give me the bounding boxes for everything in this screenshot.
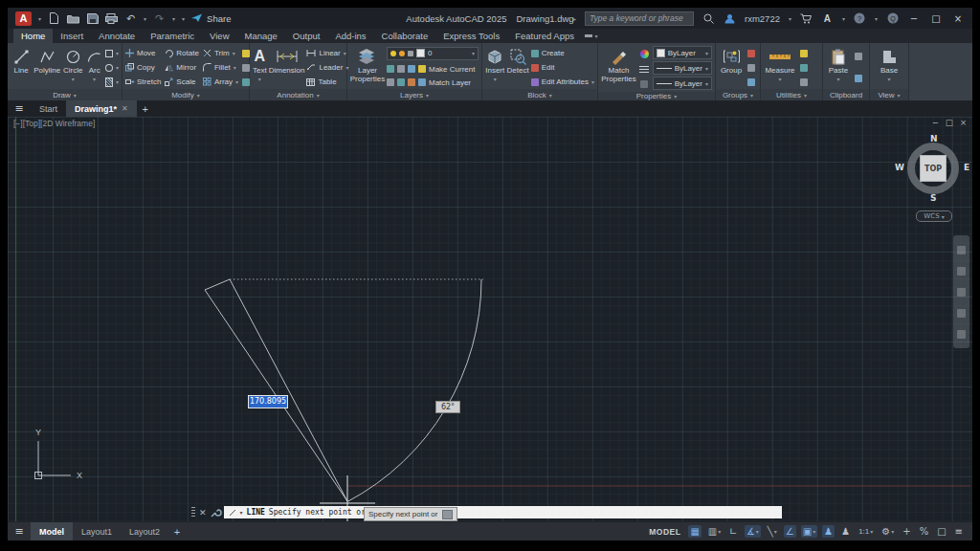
file-tab-close-icon[interactable]: ✕	[122, 104, 128, 113]
group-select-icon[interactable]	[747, 78, 755, 86]
status-isometric-drafting[interactable]: ╲▾	[766, 525, 779, 538]
array-button[interactable]: Array▾	[203, 76, 238, 88]
new-drawing-tab-button[interactable]: +	[137, 100, 154, 117]
status-annotation-autoscale[interactable]: ♟	[839, 525, 852, 538]
ungroup-icon[interactable]	[747, 50, 755, 57]
ribbon-tab-parametric[interactable]: Parametric	[143, 29, 202, 43]
viewcube-north[interactable]: N	[930, 134, 938, 143]
line-button[interactable]: Line	[11, 46, 32, 89]
app-menu-button[interactable]: A	[15, 11, 32, 26]
groups-panel-label[interactable]: Groups▾	[716, 89, 760, 100]
status-polar-tracking[interactable]: ∡▾	[745, 525, 761, 538]
viewcube[interactable]: N W E S TOP WCS▾	[893, 134, 972, 226]
status-grid-display[interactable]: ▦	[688, 525, 701, 538]
ribbon-tab-home[interactable]: Home	[13, 29, 53, 43]
view-panel-label[interactable]: View▾	[870, 89, 908, 100]
linetype-dropdown[interactable]: ByLayer▾	[653, 77, 712, 90]
search-icon[interactable]	[702, 12, 715, 25]
status-object-snap-tracking[interactable]: ∠	[784, 525, 796, 538]
layout-tab-model[interactable]: Model	[31, 522, 73, 540]
redo-caret-icon[interactable]: ▾	[172, 15, 175, 22]
viewcube-west[interactable]: W	[895, 163, 904, 172]
model-space-label[interactable]: MODEL	[649, 527, 680, 537]
base-button[interactable]: Base▾	[876, 46, 902, 89]
leader-button[interactable]: Leader▾	[306, 61, 348, 74]
color-wheel-icon[interactable]	[640, 50, 649, 58]
plot-icon[interactable]	[105, 12, 118, 25]
drawing-minimize-button[interactable]: −	[932, 118, 939, 127]
clipboard-panel-label[interactable]: Clipboard	[823, 89, 869, 100]
text-button[interactable]: A Text▾	[253, 46, 267, 89]
command-customize-icon[interactable]	[211, 504, 220, 521]
explode-icon[interactable]	[242, 64, 250, 72]
user-avatar-icon[interactable]	[724, 12, 736, 25]
search-collapse-icon[interactable]: ▸	[573, 15, 576, 22]
viewcube-south[interactable]: S	[930, 193, 936, 203]
linear-dimension-button[interactable]: Linear▾	[306, 47, 348, 59]
help-icon[interactable]: ?	[854, 12, 866, 25]
layer-dropdown[interactable]: 0 ▾	[387, 47, 479, 60]
drawing-restore-button[interactable]: □	[946, 118, 953, 127]
command-dock-grip[interactable]	[191, 507, 195, 518]
dimension-button[interactable]: Dimension	[269, 46, 305, 89]
new-file-icon[interactable]	[48, 12, 60, 25]
erase-icon[interactable]	[242, 50, 250, 57]
snap-mode-caret-icon[interactable]: ▾	[718, 528, 721, 535]
id-point-icon[interactable]	[800, 78, 808, 86]
autodesk-menu-caret-icon[interactable]: ▾	[842, 15, 845, 22]
fillet-button[interactable]: Fillet▾	[203, 61, 238, 74]
status-annotation-monitor[interactable]: +	[901, 525, 912, 538]
trim-button[interactable]: Trim▾	[203, 47, 238, 59]
annotation-scale-caret-icon[interactable]: ▾	[870, 528, 873, 535]
edit-attributes-button[interactable]: Edit Attributes▾	[531, 76, 594, 88]
rotate-button[interactable]: Rotate	[165, 47, 199, 59]
quick-select-icon[interactable]	[800, 50, 808, 57]
measure-button[interactable]: Measure▾	[764, 46, 796, 89]
save-icon[interactable]	[86, 12, 99, 25]
viewport-controls[interactable]: [−][Top][2D Wireframe]	[13, 119, 95, 128]
modify-panel-label[interactable]: Modify▾	[122, 89, 249, 100]
ribbon-tab-add-ins[interactable]: Add-ins	[327, 29, 373, 43]
open-folder-icon[interactable]	[67, 12, 79, 25]
group-button[interactable]: Group	[719, 46, 744, 89]
redo-icon[interactable]: ↷	[153, 12, 166, 25]
ribbon-tab-annotate[interactable]: Annotate	[91, 29, 143, 43]
restore-button[interactable]: □	[929, 13, 943, 24]
move-button[interactable]: Move	[125, 47, 161, 59]
table-button[interactable]: Table	[306, 76, 348, 88]
search-input[interactable]: Type a keyword or phrase	[585, 11, 694, 26]
dynamic-input-length-field[interactable]: 170.8095	[248, 395, 288, 408]
help-caret-icon[interactable]: ▾	[875, 15, 878, 22]
circle-button[interactable]: Circle▾	[62, 46, 83, 89]
polyline-button[interactable]: Polyline	[33, 46, 60, 89]
status-annotation-scale[interactable]: 1:1▾	[857, 526, 875, 537]
rectangle-button[interactable]: ▾	[105, 47, 119, 59]
viewcube-east[interactable]: E	[964, 163, 969, 172]
ribbon-tab-manage[interactable]: Manage	[237, 29, 285, 43]
annotation-panel-label[interactable]: Annotation▾	[250, 89, 346, 100]
match-properties-button[interactable]: Match Properties	[601, 46, 636, 92]
navigation-bar[interactable]	[953, 235, 969, 348]
status-annotation-visibility[interactable]: ♟	[822, 525, 835, 538]
app-menu-caret-icon[interactable]: ▾	[38, 15, 41, 22]
qat-customize-caret-icon[interactable]: ▾	[182, 15, 185, 22]
quick-calc-icon[interactable]	[800, 64, 808, 72]
layer-properties-button[interactable]: Layer Properties	[350, 46, 385, 89]
layout-tab-layout1[interactable]: Layout1	[73, 522, 121, 540]
minimize-button[interactable]: −	[907, 13, 921, 24]
stretch-button[interactable]: Stretch	[125, 76, 161, 88]
utilities-panel-label[interactable]: Utilities▾	[761, 89, 822, 100]
file-tab-drawing1[interactable]: Drawing1*✕	[66, 100, 137, 117]
layout-tab-layout2[interactable]: Layout2	[121, 522, 168, 540]
transparency-icon[interactable]	[640, 80, 648, 88]
status-clean-screen[interactable]: □	[935, 525, 947, 538]
status-snap-mode[interactable]: ▥▾	[706, 525, 723, 538]
lineweight-dropdown[interactable]: ByLayer▾	[653, 61, 712, 75]
copy-button[interactable]: Copy	[125, 61, 161, 74]
username[interactable]: rxm2722	[745, 13, 780, 24]
match-layer-button[interactable]: Match Layer	[387, 77, 479, 89]
undo-icon[interactable]: ↶	[124, 12, 137, 25]
paste-button[interactable]: Paste▾	[826, 46, 851, 89]
copy-clip-icon[interactable]	[855, 53, 862, 60]
status-object-snap[interactable]: ▣▾	[801, 525, 817, 538]
